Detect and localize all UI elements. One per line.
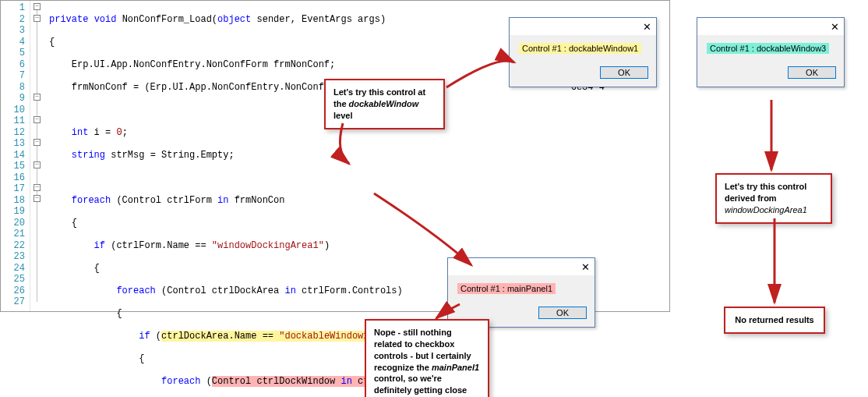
line-num: 7	[1, 70, 25, 82]
line-num: 1	[1, 2, 25, 14]
line-num: 4	[1, 37, 25, 48]
kw: foreach	[49, 195, 111, 206]
line-num: 9	[1, 93, 25, 105]
code: i =	[88, 127, 116, 138]
code: NonConfForm_Load(	[116, 14, 217, 25]
kw: string	[49, 150, 105, 161]
code: )	[324, 240, 330, 251]
fold-toggle[interactable]: −	[34, 3, 41, 10]
dialog-message: Control #1 : dockableWindow3	[707, 43, 829, 54]
kw: if	[49, 240, 105, 251]
ok-button[interactable]: OK	[600, 66, 648, 79]
line-num: 14	[1, 150, 25, 161]
line-num: 10	[1, 105, 25, 116]
code: ;	[122, 127, 128, 138]
line-num: 25	[1, 274, 25, 285]
callout-text: level	[333, 111, 352, 120]
fold-toggle[interactable]: −	[34, 184, 41, 191]
code: (ctrlForm.Name ==	[105, 240, 212, 251]
code: {	[49, 218, 669, 229]
fold-toggle[interactable]: −	[34, 195, 41, 202]
ok-button[interactable]: OK	[788, 66, 836, 79]
dialog-message: Control #1 : mainPanel1	[457, 283, 556, 294]
line-num: 15	[1, 161, 25, 172]
str: "windowDockingArea1"	[212, 240, 324, 251]
callout-italic: mainPanel1	[432, 363, 479, 372]
dialog-titlebar: ✕	[697, 18, 844, 35]
dialog-titlebar: ✕	[448, 258, 595, 275]
line-num: 12	[1, 127, 25, 139]
line-num: 24	[1, 263, 25, 275]
line-num: 23	[1, 251, 25, 263]
callout-dockablewindow: Let's try this control at the dockableWi…	[324, 79, 445, 129]
kw: in	[284, 285, 295, 296]
kw: foreach	[49, 285, 156, 296]
line-num: 11	[1, 115, 25, 127]
code-hl: ctrlDockArea.Name ==	[161, 331, 279, 342]
line-num: 18	[1, 195, 25, 207]
callout-text: control, so we're definitely getting clo…	[374, 374, 467, 395]
line-num: 3	[1, 25, 25, 37]
kw: int	[49, 127, 88, 138]
msgbox-mainpanel1: ✕ Control #1 : mainPanel1 OK	[447, 257, 595, 328]
kw: in	[217, 195, 228, 206]
line-num: 5	[1, 48, 25, 59]
fold-toggle[interactable]: −	[34, 116, 41, 123]
line-num: 19	[1, 206, 25, 218]
fold-toggle[interactable]: −	[34, 161, 41, 168]
code: frmNonCon	[228, 195, 284, 206]
kw: private	[49, 14, 88, 25]
line-num: 21	[1, 229, 25, 240]
line-num: 6	[1, 59, 25, 71]
line-gutter: 1 2 3 4 5 6 7 8 9 10 11 12 13 14 15 16 1…	[1, 1, 30, 311]
callout-italic: dockableWindow	[349, 99, 419, 108]
fold-toggle[interactable]: −	[34, 139, 41, 146]
kw: in	[340, 376, 351, 387]
code: {	[49, 353, 669, 365]
msgbox-dockablewindow1: ✕ Control #1 : dockableWindow1 OK	[509, 17, 657, 87]
kw: object	[217, 14, 251, 25]
kw: void	[94, 14, 117, 25]
code: sender, EventArgs args)	[251, 14, 386, 25]
dialog-titlebar: ✕	[510, 18, 656, 35]
callout-no-results: No returned results	[724, 307, 825, 334]
code: (	[150, 331, 161, 342]
line-num: 8	[1, 82, 25, 94]
line-num: 20	[1, 218, 25, 229]
dialog-message: Control #1 : dockableWindow1	[519, 43, 641, 54]
line-num: 13	[1, 138, 25, 150]
num: 0	[116, 127, 122, 138]
code-hl: Control ctrlDockWindow	[212, 376, 341, 387]
close-icon[interactable]: ✕	[643, 21, 651, 33]
line-num: 22	[1, 240, 25, 252]
code: (Control ctrlDockArea	[156, 285, 285, 296]
line-num: 27	[1, 296, 25, 308]
fold-guide	[37, 5, 37, 302]
code: (	[200, 376, 211, 387]
close-icon[interactable]: ✕	[581, 261, 590, 273]
callout-italic: windowDockingArea1	[725, 205, 807, 214]
fold-toggle[interactable]: −	[34, 94, 41, 101]
ok-button[interactable]: OK	[538, 307, 587, 319]
line-num: 17	[1, 183, 25, 195]
line-num: 2	[1, 14, 25, 26]
fold-column: − − − − − − − −	[30, 1, 44, 311]
callout-derived: Let's try this control derived from wind…	[715, 173, 832, 224]
code: strMsg = String.Empty;	[105, 150, 235, 161]
callout-text: No returned results	[735, 315, 813, 324]
line-num: 26	[1, 285, 25, 297]
str: "dockableWindow1"	[279, 331, 374, 342]
msgbox-dockablewindow3: ✕ Control #1 : dockableWindow3 OK	[697, 17, 845, 87]
close-icon[interactable]: ✕	[831, 21, 839, 33]
kw: foreach	[49, 376, 200, 387]
kw: if	[49, 331, 150, 342]
code: (Control ctrlForm	[111, 195, 217, 206]
fold-toggle[interactable]: −	[34, 15, 41, 22]
callout-text: Let's try this control derived from	[725, 182, 806, 203]
line-num: 16	[1, 172, 25, 184]
callout-mainpanel: Nope - still nothing related to checkbox…	[365, 319, 489, 397]
code: ctrlForm.Controls)	[296, 285, 403, 296]
